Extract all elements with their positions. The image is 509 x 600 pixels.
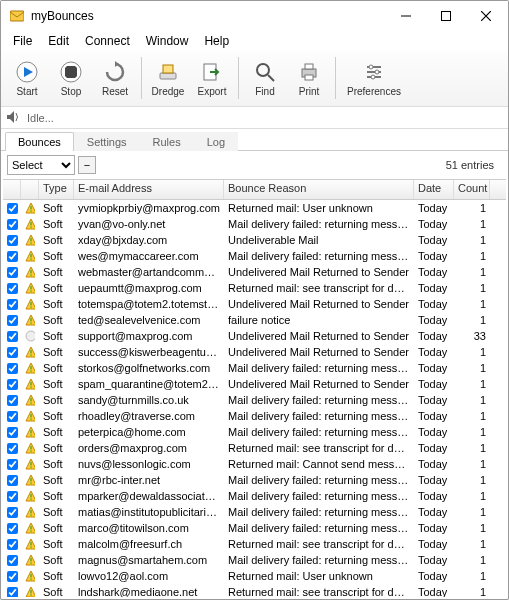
sound-icon — [7, 111, 21, 125]
menu-edit[interactable]: Edit — [40, 32, 77, 50]
table-row[interactable]: Softstorkos@golfnetworks.comMail deliver… — [3, 360, 506, 376]
svg-rect-86 — [30, 546, 31, 547]
table-row[interactable]: Softsuccess@kiswerbeagentur.c...Undelive… — [3, 344, 506, 360]
table-row[interactable]: Softted@sealevelvenice.comfailure notice… — [3, 312, 506, 328]
table-row[interactable]: Softspam_quarantine@totem2.to...Undelive… — [3, 376, 506, 392]
table-row[interactable]: Softtotemspa@totem2.totemstre...Undelive… — [3, 296, 506, 312]
col-reason[interactable]: Bounce Reason — [224, 180, 414, 199]
table-row[interactable]: Softwes@mymaccareer.comMail delivery fai… — [3, 248, 506, 264]
table-row[interactable]: Softuepaumtt@maxprog.comReturned mail: s… — [3, 280, 506, 296]
tab-bounces[interactable]: Bounces — [5, 132, 74, 151]
row-checkbox[interactable] — [7, 235, 18, 246]
col-check[interactable] — [3, 180, 21, 199]
col-date[interactable]: Date — [414, 180, 454, 199]
table-row[interactable]: Softsandy@turnmills.co.ukMail delivery f… — [3, 392, 506, 408]
find-button[interactable]: Find — [243, 53, 287, 103]
row-email: support@maxprog.com — [74, 330, 224, 342]
table-row[interactable]: Softnuvs@lessonlogic.comReturned mail: C… — [3, 456, 506, 472]
row-checkbox[interactable] — [7, 427, 18, 438]
row-checkbox[interactable] — [7, 251, 18, 262]
row-count: 1 — [454, 218, 490, 230]
row-checkbox[interactable] — [7, 203, 18, 214]
menu-help[interactable]: Help — [196, 32, 237, 50]
table-row[interactable]: Softyvmiopkprbiy@maxprog.comReturned mai… — [3, 200, 506, 216]
row-checkbox[interactable] — [7, 555, 18, 566]
table-row[interactable]: Softsupport@maxprog.comUndelivered Mail … — [3, 328, 506, 344]
table-row[interactable]: Softpeterpica@home.comMail delivery fail… — [3, 424, 506, 440]
svg-rect-8 — [160, 73, 176, 79]
row-date: Today — [414, 506, 454, 518]
row-count: 33 — [454, 330, 490, 342]
row-checkbox[interactable] — [7, 411, 18, 422]
row-checkbox[interactable] — [7, 507, 18, 518]
table-row[interactable]: Softlowvo12@aol.comReturned mail: User u… — [3, 568, 506, 584]
row-checkbox[interactable] — [7, 523, 18, 534]
row-checkbox[interactable] — [7, 587, 18, 598]
maximize-button[interactable] — [426, 2, 466, 30]
table-row[interactable]: Softrhoadley@traverse.comMail delivery f… — [3, 408, 506, 424]
table-row[interactable]: Softlndshark@mediaone.netReturned mail: … — [3, 584, 506, 597]
row-checkbox[interactable] — [7, 331, 18, 342]
menu-window[interactable]: Window — [138, 32, 197, 50]
table-row[interactable]: Softmalcolm@freesurf.chReturned mail: se… — [3, 536, 506, 552]
row-checkbox[interactable] — [7, 363, 18, 374]
close-button[interactable] — [466, 2, 506, 30]
row-count: 1 — [454, 506, 490, 518]
row-checkbox[interactable] — [7, 395, 18, 406]
preferences-icon — [362, 60, 386, 84]
table-row[interactable]: Softmr@rbc-inter.netMail delivery failed… — [3, 472, 506, 488]
row-checkbox[interactable] — [7, 315, 18, 326]
start-button[interactable]: Start — [5, 53, 49, 103]
row-type: Soft — [39, 218, 74, 230]
table-row[interactable]: Softorders@maxprog.comReturned mail: see… — [3, 440, 506, 456]
row-checkbox[interactable] — [7, 379, 18, 390]
svg-rect-92 — [30, 578, 31, 579]
table-row[interactable]: Softyvan@vo-only.netMail delivery failed… — [3, 216, 506, 232]
remove-button[interactable]: − — [78, 156, 96, 174]
select-dropdown[interactable]: Select — [7, 155, 75, 175]
tab-rules[interactable]: Rules — [140, 132, 194, 151]
menu-connect[interactable]: Connect — [77, 32, 138, 50]
svg-rect-37 — [30, 274, 31, 275]
row-checkbox[interactable] — [7, 443, 18, 454]
table-row[interactable]: Softwebmaster@artandcommerc...Undelivere… — [3, 264, 506, 280]
row-checkbox[interactable] — [7, 475, 18, 486]
col-count[interactable]: Count — [454, 180, 490, 199]
row-checkbox[interactable] — [7, 299, 18, 310]
tab-log[interactable]: Log — [194, 132, 238, 151]
minimize-button[interactable] — [386, 2, 426, 30]
print-button[interactable]: Print — [287, 53, 331, 103]
table-row[interactable]: Softmagnus@smartahem.comMail delivery fa… — [3, 552, 506, 568]
row-checkbox[interactable] — [7, 219, 18, 230]
row-email: webmaster@artandcommerc... — [74, 266, 224, 278]
warning-icon — [21, 474, 39, 486]
row-checkbox[interactable] — [7, 283, 18, 294]
table-row[interactable]: Softmarco@titowilson.comMail delivery fa… — [3, 520, 506, 536]
reset-button[interactable]: Reset — [93, 53, 137, 103]
row-checkbox[interactable] — [7, 491, 18, 502]
stop-button[interactable]: Stop — [49, 53, 93, 103]
col-email[interactable]: E-mail Address — [74, 180, 224, 199]
col-icon[interactable] — [21, 180, 39, 199]
export-button[interactable]: Export — [190, 53, 234, 103]
titlebar[interactable]: myBounces — [1, 1, 508, 31]
preferences-button[interactable]: Preferences — [340, 53, 408, 103]
menu-file[interactable]: File — [5, 32, 40, 50]
table-row[interactable]: Softxday@bjxday.comUndeliverable MailTod… — [3, 232, 506, 248]
row-checkbox[interactable] — [7, 459, 18, 470]
separator — [335, 57, 336, 99]
row-checkbox[interactable] — [7, 539, 18, 550]
table-row[interactable]: Softmparker@dewaldassociates....Mail del… — [3, 488, 506, 504]
row-count: 1 — [454, 554, 490, 566]
warning-icon — [21, 282, 39, 294]
table-row[interactable]: Softmatias@institutopublicitario...Mail … — [3, 504, 506, 520]
row-checkbox[interactable] — [7, 267, 18, 278]
row-type: Soft — [39, 554, 74, 566]
row-email: uepaumtt@maxprog.com — [74, 282, 224, 294]
dredge-button[interactable]: Dredge — [146, 53, 190, 103]
row-checkbox[interactable] — [7, 347, 18, 358]
row-checkbox[interactable] — [7, 571, 18, 582]
grid-body[interactable]: Softyvmiopkprbiy@maxprog.comReturned mai… — [3, 200, 506, 597]
col-type[interactable]: Type — [39, 180, 74, 199]
tab-settings[interactable]: Settings — [74, 132, 140, 151]
